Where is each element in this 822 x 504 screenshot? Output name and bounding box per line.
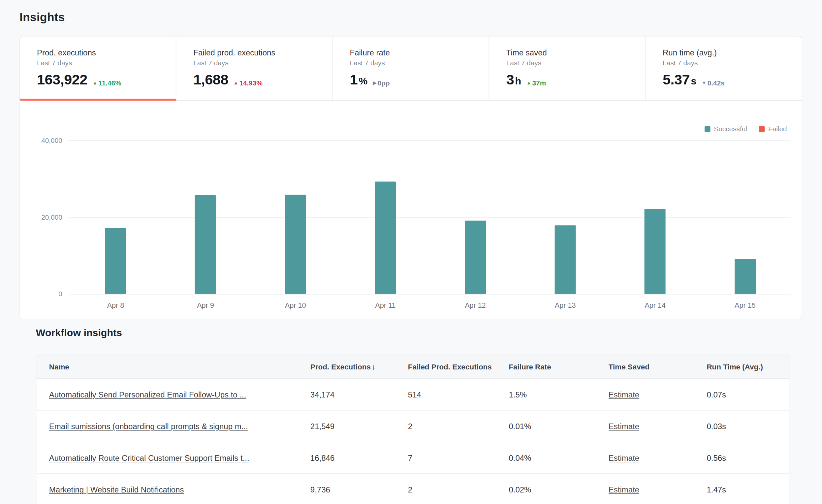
bar-successful [645, 209, 666, 293]
cell-time-saved: Estimate [608, 422, 707, 430]
bar-failed [285, 293, 306, 294]
page-title: Insights [19, 11, 65, 24]
x-axis-label: Apr 15 [719, 302, 772, 310]
bar-successful [735, 259, 756, 293]
bar-failed [555, 293, 576, 294]
estimate-link[interactable]: Estimate [608, 485, 639, 494]
legend-label: Failed [768, 125, 787, 133]
workflow-link[interactable]: Automatically Route Critical Customer Su… [49, 453, 250, 462]
chart-plot: 020,00040,000Apr 8Apr 9Apr 10Apr 11Apr 1… [20, 101, 802, 319]
workflow-link[interactable]: Email sumissions (onboarding call prompt… [49, 422, 248, 430]
estimate-link[interactable]: Estimate [608, 422, 639, 430]
legend-item-failed[interactable]: Failed [759, 125, 787, 133]
metric-tab-time-saved[interactable]: Time savedLast 7 days3h▲37m [489, 36, 645, 100]
bar-successful [375, 181, 396, 293]
table-body: Automatically Send Personalized Email Fo… [36, 379, 789, 504]
metric-delta: ▼0.42s [702, 79, 725, 87]
bar-failed [375, 293, 396, 294]
cell-name: Email sumissions (onboarding call prompt… [49, 422, 310, 430]
trend-up-icon: ▲ [93, 81, 97, 85]
x-axis-label: Apr 12 [449, 302, 502, 310]
table-row: Marketing | Website Build Notifications9… [36, 474, 789, 504]
metric-delta: ▲14.93% [234, 79, 263, 87]
cell-prod-executions: 16,846 [310, 453, 408, 462]
bar-failed [465, 293, 486, 294]
chart-legend: SuccessfulFailed [705, 125, 787, 133]
cell-name: Automatically Route Critical Customer Su… [49, 453, 310, 462]
metric-unit: % [359, 75, 367, 87]
sort-desc-icon: ↓ [372, 363, 375, 371]
column-header-run-time-avg[interactable]: Run Time (Avg.) [707, 363, 789, 371]
metric-delta: ▲11.46% [93, 79, 121, 87]
metric-value: 3 [506, 72, 514, 88]
bar-failed [105, 293, 126, 294]
insights-page: Insights Prod. executionsLast 7 days163,… [0, 0, 822, 504]
bar-successful [285, 194, 306, 293]
metric-label: Prod. executions [37, 48, 176, 57]
cell-failed-prod-executions: 2 [408, 485, 509, 494]
cell-prod-executions: 9,736 [310, 485, 408, 494]
gridline [69, 140, 791, 141]
column-header-time-saved[interactable]: Time Saved [608, 363, 707, 371]
metric-tab-run-time-avg[interactable]: Run time (avg.)Last 7 days5.37s▼0.42s [645, 36, 802, 100]
cell-failure-rate: 1.5% [509, 390, 608, 399]
estimate-link[interactable]: Estimate [608, 390, 639, 399]
metric-period: Last 7 days [506, 59, 645, 67]
cell-time-saved: Estimate [608, 485, 707, 494]
metric-tab-failed-prod-executions[interactable]: Failed prod. executionsLast 7 days1,688▲… [176, 36, 332, 100]
metric-value: 1,688 [193, 72, 228, 88]
cell-time-saved: Estimate [608, 390, 707, 399]
metric-unit: h [515, 75, 521, 87]
cell-failure-rate: 0.01% [509, 422, 608, 430]
bar-failed [645, 293, 666, 294]
table-header: NameProd. Executions↓Failed Prod. Execut… [36, 355, 789, 379]
cell-time-saved: Estimate [608, 453, 707, 462]
x-axis-label: Apr 11 [359, 302, 412, 310]
bar-successful [195, 195, 216, 293]
x-axis-label: Apr 10 [269, 302, 322, 310]
metric-tab-prod-executions[interactable]: Prod. executionsLast 7 days163,922▲11.46… [20, 36, 176, 100]
cell-name: Marketing | Website Build Notifications [49, 485, 310, 494]
cell-failed-prod-executions: 7 [408, 453, 509, 462]
legend-label: Successful [714, 125, 747, 133]
estimate-link[interactable]: Estimate [608, 453, 639, 462]
cell-run-time-avg: 0.07s [707, 390, 789, 399]
metric-value: 1 [350, 72, 358, 88]
gridline [69, 217, 791, 218]
column-header-name[interactable]: Name [49, 363, 310, 371]
trend-down-icon: ▼ [702, 81, 706, 85]
column-header-prod-executions[interactable]: Prod. Executions↓ [310, 363, 408, 371]
bar-failed [195, 293, 216, 294]
cell-failed-prod-executions: 514 [408, 390, 509, 399]
metric-delta-text: 0pp [378, 79, 390, 87]
cell-failure-rate: 0.04% [509, 453, 608, 462]
y-axis-label: 20,000 [20, 213, 62, 221]
column-header-failed-prod-executions[interactable]: Failed Prod. Executions [408, 363, 509, 371]
metric-value: 163,922 [37, 72, 87, 88]
workflow-insights-table: NameProd. Executions↓Failed Prod. Execut… [36, 355, 790, 504]
trend-flat-icon: ▶ [373, 81, 376, 85]
bar-successful [465, 221, 486, 293]
workflow-link[interactable]: Marketing | Website Build Notifications [49, 485, 184, 494]
metric-value: 5.37 [663, 72, 690, 88]
table-row: Automatically Send Personalized Email Fo… [36, 379, 789, 411]
cell-prod-executions: 21,549 [310, 422, 408, 430]
legend-swatch-successful [705, 126, 711, 132]
bar-successful [105, 228, 126, 293]
y-axis-label: 0 [20, 290, 62, 298]
legend-item-successful[interactable]: Successful [705, 125, 747, 133]
bar-failed [735, 293, 756, 294]
metric-delta-text: 14.93% [239, 79, 263, 87]
cell-name: Automatically Send Personalized Email Fo… [49, 390, 310, 399]
table-row: Email sumissions (onboarding call prompt… [36, 411, 789, 442]
workflow-link[interactable]: Automatically Send Personalized Email Fo… [49, 390, 247, 399]
metric-delta-text: 11.46% [98, 79, 121, 87]
trend-up-icon: ▲ [234, 81, 238, 85]
metric-period: Last 7 days [193, 59, 332, 67]
column-header-failure-rate[interactable]: Failure Rate [509, 363, 608, 371]
bar-successful [555, 225, 576, 293]
metric-tab-failure-rate[interactable]: Failure rateLast 7 days1%▶0pp [333, 36, 489, 100]
metrics-row: Prod. executionsLast 7 days163,922▲11.46… [19, 36, 802, 101]
x-axis-label: Apr 8 [89, 302, 142, 310]
metric-unit: s [691, 75, 696, 87]
